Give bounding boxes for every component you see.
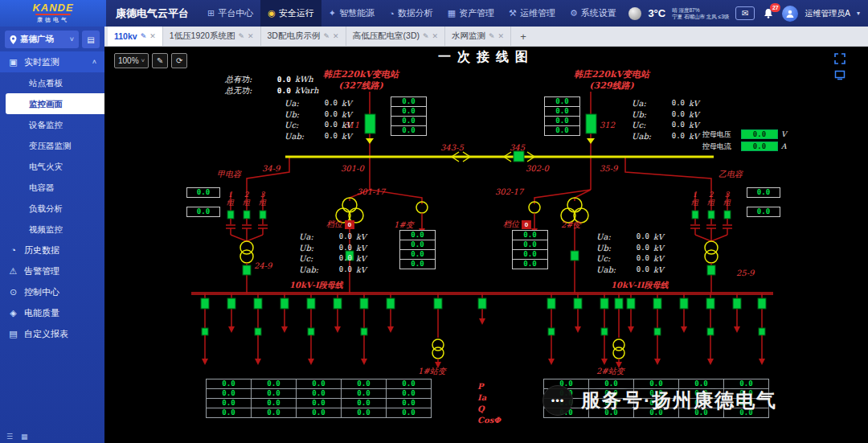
cap-group-label: 1组 (690, 191, 700, 207)
fullscreen-icon[interactable] (834, 53, 845, 68)
chevron-down-icon: ▾ (857, 10, 860, 17)
sidebar-group-告警管理[interactable]: ⚠告警管理 (0, 260, 104, 281)
header-right: 3°C 晴 湿度87% 宁夏 石嘴山市 北风 ≤3级 ✉ 27 运维管理员A ▾ (628, 6, 868, 22)
nav-label: 数据分析 (398, 7, 433, 19)
close-icon[interactable]: ✕ (248, 32, 254, 40)
station-tx-2-label: 2#站变 (596, 366, 624, 377)
app-title: 康德电气云平台 (116, 6, 189, 21)
nav-item-数据分析[interactable]: ◔数据分析 (382, 0, 440, 27)
brand-logo: KANDE 康德电气 (0, 0, 106, 27)
transformer-2-label: 2#变 (561, 219, 581, 231)
nav-item-安全运行[interactable]: ◉安全运行 (260, 0, 321, 27)
menu-icon[interactable]: ☰ (6, 433, 13, 441)
sidebar-group-icon: ▤ (8, 329, 18, 339)
close-icon[interactable]: ✕ (149, 32, 156, 40)
user-name[interactable]: 运维管理员A (805, 8, 850, 19)
tap-value: 0 (522, 220, 531, 229)
avatar[interactable] (782, 6, 798, 22)
sidebar-item-电气火灾[interactable]: 电气火灾 (0, 156, 104, 177)
grid-icon[interactable]: ▦ (21, 433, 28, 441)
bus-meter-rows: 控母电压0.0V控母电流0.0A (702, 129, 787, 153)
measure-label: P (477, 381, 501, 392)
switch-24-9-label: 24-9 (254, 261, 272, 270)
sidebar-item-视频监控[interactable]: 视频监控 (0, 219, 104, 240)
voltage-row: Uc:0.0kV (632, 120, 699, 131)
tab-高低压配电室(3D)[interactable]: 高低压配电室(3D)✎✕ (346, 27, 446, 46)
sidebar-group-电能质量[interactable]: ◈电能质量 (0, 302, 104, 323)
edit-icon[interactable]: ✎ (141, 32, 147, 40)
tab-水网监测[interactable]: 水网监测✎✕ (445, 27, 511, 46)
cap-group-label: 2组 (706, 191, 716, 207)
tab-1低压1920系统图[interactable]: 1低压1920系统图✎✕ (163, 27, 261, 46)
wechat-icon: ••• (542, 385, 573, 416)
nav-item-智慧能源[interactable]: ✦智慧能源 (321, 0, 382, 27)
nav-label: 安全运行 (279, 7, 314, 19)
notifications-button[interactable]: 27 (761, 6, 776, 21)
voltage-row: Uab:0.0kV (632, 131, 699, 142)
sidebar-group-icon: ⚠ (8, 266, 18, 277)
capbank-a-label: 甲电容 (217, 169, 241, 180)
sidebar-group-历史数据[interactable]: ◔历史数据 (0, 240, 104, 260)
edit-icon[interactable]: ✎ (489, 32, 495, 40)
close-icon[interactable]: ✕ (498, 32, 505, 40)
close-icon[interactable]: ✕ (432, 32, 439, 40)
value-box: 0.0 (741, 129, 778, 139)
tab-bar: 110kv✎✕1低压1920系统图✎✕3D配电房示例✎✕高低压配电室(3D)✎✕… (104, 27, 868, 47)
sidebar-item-负载分析[interactable]: 负载分析 (0, 198, 104, 219)
table-cell: 0.0 (206, 408, 252, 418)
sidebar-item-站点看板[interactable]: 站点看板 (0, 72, 104, 93)
nav-label: 资产管理 (459, 7, 494, 19)
voltage-row: Ub:0.0kV (299, 243, 366, 254)
fit-view-icon[interactable] (834, 69, 845, 84)
table-cell: 0.0 (251, 408, 297, 418)
voltage-row: Uc:0.0kV (299, 253, 366, 265)
close-icon[interactable]: ✕ (333, 32, 339, 40)
tab-110kv[interactable]: 110kv✎✕ (108, 27, 163, 46)
top-header: KANDE 康德电气 康德电气云平台 ⊞平台中心◉安全运行✦智慧能源◔数据分析▦… (0, 0, 868, 27)
voltage-row: Uc:0.0kV (285, 120, 352, 131)
sidebar-group-label: 实时监测 (24, 56, 87, 68)
nav-label: 智慧能源 (339, 7, 375, 19)
switch-34-9-label: 34-9 (262, 164, 280, 173)
cap-group-label: 3组 (257, 191, 268, 207)
mail-button[interactable]: ✉ (735, 6, 755, 20)
nav-item-系统设置[interactable]: ⚙系统设置 (563, 0, 624, 27)
tab-3D配电房示例[interactable]: 3D配电房示例✎✕ (261, 27, 346, 46)
tap-position-left: 档位0 (326, 219, 354, 230)
site-selector[interactable]: 嘉德广场 ˅ (5, 31, 79, 48)
site-panel-button[interactable]: ▤ (82, 31, 100, 48)
edit-icon[interactable]: ✎ (238, 32, 244, 40)
totals-readout: 总有功:0.0kWh 总无功:0.0kVarh (225, 74, 319, 96)
sidebar-item-设备监控[interactable]: 设备监控 (0, 114, 104, 135)
add-tab-button[interactable]: + (516, 29, 530, 43)
sidebar-group-实时监测[interactable]: ▣实时监测˄ (0, 51, 104, 72)
voltage-row: Ub:0.0kV (596, 243, 664, 254)
voltage-row: Uab:0.0kV (596, 265, 664, 276)
nav-icon: ⊞ (207, 8, 215, 18)
nav-label: 平台中心 (218, 7, 253, 19)
nav-item-运维管理[interactable]: ⚒运维管理 (502, 0, 563, 27)
temperature: 3°C (648, 7, 665, 19)
cap-group-label: 3组 (722, 191, 732, 207)
nav-item-平台中心[interactable]: ⊞平台中心 (200, 0, 260, 27)
sidebar-group-label: 电能质量 (24, 307, 96, 319)
logo-text: KANDE (32, 3, 73, 13)
sidebar-group-控制中心[interactable]: ⊙控制中心 (0, 281, 104, 302)
sidebar: 嘉德广场 ˅ ▤ ▣实时监测˄站点看板监控画面设备监控变压器监测电气火灾电容器负… (0, 27, 104, 443)
tap-position-right: 档位0 (503, 219, 531, 230)
edit-icon[interactable]: ✎ (323, 32, 330, 40)
sidebar-item-电容器[interactable]: 电容器 (0, 177, 104, 198)
nav-item-资产管理[interactable]: ▦资产管理 (440, 0, 502, 27)
weather-icon (628, 7, 641, 20)
edit-icon[interactable]: ✎ (423, 32, 429, 40)
value-box-column-right: 0.00.00.00.0 (544, 97, 580, 136)
sidebar-group-label: 自定义报表 (24, 328, 96, 340)
tab-label: 110kv (114, 31, 137, 41)
capbank-a-values: 0.00.0 (186, 187, 220, 226)
sidebar-item-变压器监测[interactable]: 变压器监测 (0, 135, 104, 156)
sidebar-item-监控画面[interactable]: 监控画面 (6, 93, 104, 114)
table-cell: 0.0 (386, 408, 432, 418)
value-box: 0.0 (747, 187, 780, 198)
sidebar-group-自定义报表[interactable]: ▤自定义报表 (0, 323, 104, 344)
weather-info: 晴 湿度87% 宁夏 石嘴山市 北风 ≤3级 (672, 7, 729, 20)
